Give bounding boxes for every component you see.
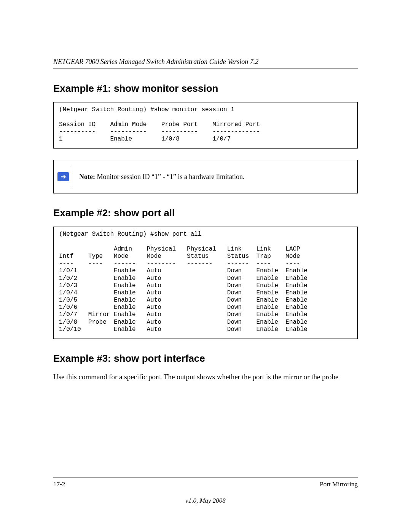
page: NETGEAR 7000 Series Managed Switch Admin… (0, 0, 411, 532)
section-heading-ex2: Example #2: show port all (53, 206, 358, 220)
footer-rule (53, 478, 358, 478)
code-box-monitor-session: (Netgear Switch Routing) #show monitor s… (53, 102, 358, 149)
section-heading-ex1: Example #1: show monitor session (53, 82, 358, 95)
arrow-right-icon: ➜ (57, 172, 69, 181)
note-text: Note: Monitor session ID “1” - “1” is a … (79, 172, 351, 181)
header-title: NETGEAR 7000 Series Managed Switch Admin… (53, 57, 358, 66)
body-text-ex3: Use this command for a specific port. Th… (53, 372, 358, 382)
note-icon-cell: ➜ (54, 165, 73, 189)
footer-section-title: Port Mirroring (320, 480, 358, 489)
section-heading-ex3: Example #3: show port interface (53, 352, 358, 365)
note-box: ➜ Note: Monitor session ID “1” - “1” is … (53, 160, 358, 193)
note-body: Monitor session ID “1” - “1” is a hardwa… (95, 173, 244, 181)
code-box-port-all: (Netgear Switch Routing) #show port all … (53, 227, 358, 339)
header-rule (53, 69, 358, 69)
footer-page-number: 17-2 (53, 480, 65, 489)
page-footer: 17-2 Port Mirroring v1.0, May 2008 (53, 478, 358, 505)
note-label: Note: (79, 173, 95, 181)
footer-version: v1.0, May 2008 (53, 497, 358, 505)
